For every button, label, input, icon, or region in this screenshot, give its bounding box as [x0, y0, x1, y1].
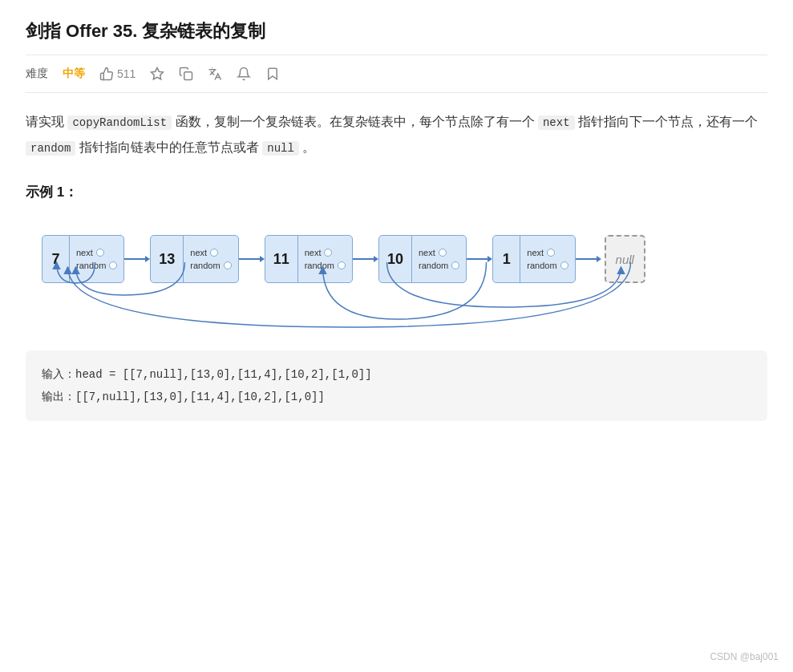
node-1-next-label: next: [527, 248, 544, 257]
arrow-0-1: [124, 251, 150, 267]
csdn-watermark: CSDN @baj001: [710, 651, 779, 662]
node-11-next-label: next: [305, 248, 322, 257]
node-11: 11 next random: [265, 235, 353, 283]
input-line: 输入：head = [[7,null],[13,0],[11,4],[10,2]…: [42, 363, 751, 386]
node-11-random-label: random: [305, 261, 334, 270]
svg-marker-5: [260, 256, 265, 262]
node-13-random-label: random: [190, 261, 220, 270]
code-null: null: [262, 141, 299, 156]
section-title: 示例 1：: [26, 183, 767, 201]
node-11-value: 11: [265, 236, 298, 282]
difficulty-value: 中等: [63, 67, 85, 81]
bookmark-icon[interactable]: [265, 67, 280, 81]
node-13-value: 13: [151, 236, 184, 282]
example-io: 输入：head = [[7,null],[13,0],[11,4],[10,2]…: [26, 350, 767, 421]
node-10-random-dot: [451, 261, 459, 269]
node-13-next-label: next: [190, 248, 207, 257]
arrow-4-null: [576, 251, 601, 267]
star-icon[interactable]: [150, 67, 164, 81]
bell-icon[interactable]: [237, 67, 251, 81]
meta-row: 难度 中等 511: [26, 67, 767, 93]
node-13: 13 next random: [150, 235, 238, 283]
node-13-random-dot: [224, 261, 232, 269]
node-11-next-dot: [324, 249, 332, 257]
node-11-random-dot: [338, 261, 346, 269]
svg-rect-1: [184, 72, 192, 80]
svg-marker-0: [152, 68, 164, 79]
output-label: 输出：: [42, 391, 75, 403]
node-7-random-label: random: [76, 261, 106, 270]
like-icon[interactable]: 511: [99, 67, 136, 81]
node-13-next-dot: [210, 249, 218, 257]
node-7-next-dot: [96, 249, 104, 257]
title: 剑指 Offer 35. 复杂链表的复制: [26, 19, 767, 55]
node-10-value: 10: [379, 236, 412, 282]
node-1-value: 1: [493, 236, 520, 282]
node-1-random-label: random: [527, 261, 556, 270]
code-random: random: [26, 141, 75, 156]
node-10-next-label: next: [419, 248, 435, 257]
arrow-3-4: [467, 251, 492, 267]
description: 请实现 copyRandomList 函数，复制一个复杂链表。在复杂链表中，每个…: [26, 109, 767, 160]
svg-marker-11: [597, 256, 601, 262]
node-7-next-label: next: [76, 248, 93, 257]
code-copyRandomList: copyRandomList: [67, 115, 172, 130]
node-10-next-dot: [439, 249, 447, 257]
null-box: null: [605, 235, 645, 283]
node-10: 10 next random: [378, 235, 467, 283]
arrow-1-2: [239, 251, 265, 267]
node-1-random-dot: [560, 261, 568, 269]
output-line: 输出：[[7,null],[13,0],[11,4],[10,2],[1,0]]: [42, 386, 751, 408]
diagram-wrapper: 7 next random 13 next random 11 next: [26, 219, 767, 331]
node-10-random-label: random: [419, 261, 448, 270]
difficulty-label: 难度: [26, 67, 48, 81]
node-7-value: 7: [42, 236, 70, 282]
translate-icon[interactable]: [208, 67, 222, 81]
node-7-random-dot: [109, 261, 117, 269]
node-1-val: 1 next random: [492, 235, 575, 283]
nodes-row: 7 next random 13 next random 11 next: [42, 235, 767, 283]
node-1-next-dot: [547, 249, 555, 257]
code-next: next: [538, 115, 575, 130]
arrow-2-3: [353, 251, 378, 267]
input-label: 输入：: [42, 368, 75, 381]
output-value: [[7,null],[13,0],[11,4],[10,2],[1,0]]: [75, 391, 325, 403]
share-icon[interactable]: [179, 67, 193, 81]
like-count: 511: [117, 67, 136, 80]
input-value: head = [[7,null],[13,0],[11,4],[10,2],[1…: [75, 368, 372, 381]
node-7: 7 next random: [42, 235, 124, 283]
